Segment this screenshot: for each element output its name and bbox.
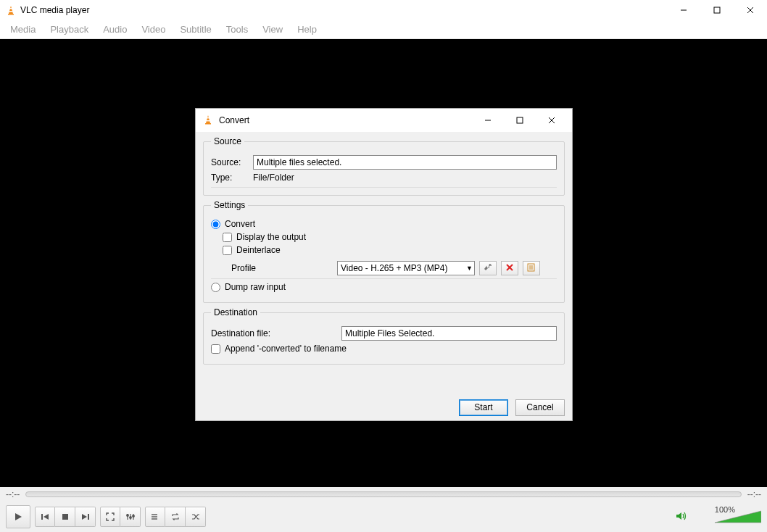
main-window-title: VLC media player — [20, 5, 89, 15]
settings-legend: Settings — [211, 200, 248, 210]
convert-radio-label: Convert — [225, 219, 255, 229]
svg-rect-11 — [62, 514, 68, 520]
next-button[interactable] — [75, 507, 96, 527]
menu-video[interactable]: Video — [134, 24, 173, 35]
vlc-cone-icon — [203, 115, 213, 127]
svg-marker-8 — [15, 513, 22, 520]
menu-media[interactable]: Media — [3, 24, 43, 35]
svg-rect-2 — [9, 8, 12, 9]
dialog-titlebar[interactable]: Convert — [196, 109, 572, 132]
vlc-cone-icon — [6, 5, 16, 15]
wrench-icon — [484, 263, 492, 274]
svg-marker-0 — [9, 6, 13, 14]
seek-row: --:-- --:-- — [0, 487, 767, 502]
delete-profile-button[interactable] — [501, 261, 518, 275]
type-label: Type: — [211, 173, 253, 183]
seek-bar[interactable] — [25, 491, 741, 497]
dialog-button-row: Start Cancel — [196, 394, 572, 420]
type-value: File/Folder — [253, 173, 294, 183]
convert-dialog: Convert Source Source: Type: File/Folder… — [195, 108, 573, 421]
speaker-icon[interactable] — [676, 511, 687, 523]
profile-label: Profile — [231, 263, 333, 273]
svg-rect-5 — [714, 7, 720, 13]
dialog-title: Convert — [219, 115, 249, 125]
destination-group: Destination Destination file: Append '-c… — [203, 307, 565, 365]
menu-subtitle[interactable]: Subtitle — [173, 24, 218, 35]
dialog-minimize-button[interactable] — [472, 110, 504, 130]
cancel-button[interactable]: Cancel — [515, 399, 565, 416]
menu-tools[interactable]: Tools — [219, 24, 255, 35]
dump-radio-label: Dump raw input — [225, 282, 286, 292]
playlist-button[interactable] — [145, 507, 165, 527]
svg-rect-3 — [9, 11, 13, 12]
append-converted-checkbox[interactable] — [211, 344, 220, 354]
stop-button[interactable] — [55, 507, 75, 527]
volume-slider[interactable] — [715, 510, 761, 524]
main-titlebar: VLC media player — [0, 0, 767, 20]
svg-rect-30 — [517, 117, 523, 123]
svg-rect-13 — [88, 514, 89, 520]
fullscreen-button[interactable] — [100, 507, 120, 527]
source-label: Source: — [211, 157, 253, 167]
ext-settings-button[interactable] — [120, 507, 141, 527]
main-minimize-button[interactable] — [667, 0, 700, 20]
controls-row: 100% — [0, 502, 767, 532]
settings-group: Settings Convert Display the output Dein… — [203, 200, 565, 303]
main-close-button[interactable] — [734, 0, 767, 20]
edit-profile-button[interactable] — [479, 261, 497, 275]
svg-marker-12 — [82, 514, 87, 520]
menu-playback[interactable]: Playback — [43, 24, 96, 35]
new-profile-button[interactable] — [523, 261, 540, 275]
profile-select[interactable]: Video - H.265 + MP3 (MP4) ▼ — [337, 261, 475, 275]
source-legend: Source — [211, 136, 244, 146]
menu-audio[interactable]: Audio — [96, 24, 134, 35]
svg-rect-27 — [207, 117, 210, 118]
append-converted-label: Append '-converted' to filename — [225, 344, 347, 354]
shuffle-button[interactable] — [186, 507, 206, 527]
svg-marker-23 — [676, 512, 681, 520]
time-remaining: --:-- — [747, 489, 761, 499]
menu-view[interactable]: View — [255, 24, 290, 35]
chevron-down-icon: ▼ — [466, 265, 473, 272]
play-button[interactable] — [6, 505, 30, 528]
svg-point-19 — [132, 515, 134, 518]
display-output-checkbox[interactable] — [223, 233, 232, 242]
start-button[interactable]: Start — [459, 399, 508, 416]
svg-marker-10 — [43, 514, 49, 520]
destination-file-input[interactable] — [341, 326, 557, 341]
prev-button[interactable] — [35, 507, 55, 527]
new-profile-icon — [527, 263, 536, 274]
destination-file-label: Destination file: — [211, 328, 334, 338]
convert-radio[interactable] — [211, 220, 220, 229]
menu-bar: Media Playback Audio Video Subtitle Tool… — [0, 20, 767, 39]
svg-point-18 — [129, 517, 131, 519]
deinterlace-label: Deinterlace — [236, 245, 281, 255]
source-group: Source Source: Type: File/Folder — [203, 136, 565, 196]
dialog-close-button[interactable] — [536, 110, 568, 130]
source-input[interactable] — [253, 155, 557, 170]
profile-value: Video - H.265 + MP3 (MP4) — [341, 263, 448, 273]
svg-rect-1 — [8, 14, 14, 15]
display-output-label: Display the output — [236, 232, 306, 242]
dialog-maximize-button[interactable] — [504, 110, 536, 130]
svg-rect-28 — [207, 120, 210, 121]
dump-radio[interactable] — [211, 283, 220, 292]
svg-marker-24 — [715, 511, 761, 523]
menu-help[interactable]: Help — [290, 24, 324, 35]
delete-x-icon — [506, 263, 513, 273]
svg-marker-25 — [206, 115, 210, 123]
svg-rect-26 — [205, 123, 211, 125]
destination-legend: Destination — [211, 307, 260, 317]
main-maximize-button[interactable] — [700, 0, 734, 20]
svg-point-17 — [126, 515, 128, 517]
loop-button[interactable] — [165, 507, 186, 527]
deinterlace-checkbox[interactable] — [223, 246, 232, 255]
time-elapsed: --:-- — [6, 489, 20, 499]
svg-rect-9 — [41, 514, 43, 520]
